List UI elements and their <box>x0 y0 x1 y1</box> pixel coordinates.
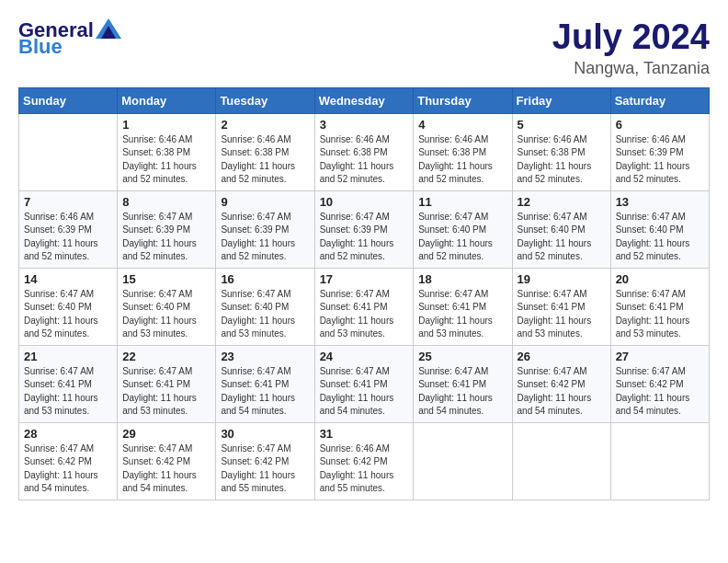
calendar-cell: 23Sunrise: 6:47 AM Sunset: 6:41 PM Dayli… <box>216 345 314 422</box>
day-number: 21 <box>24 350 112 363</box>
calendar-cell: 12Sunrise: 6:47 AM Sunset: 6:40 PM Dayli… <box>512 190 610 268</box>
calendar-cell: 22Sunrise: 6:47 AM Sunset: 6:41 PM Dayli… <box>118 345 216 422</box>
day-detail: Sunrise: 6:46 AM Sunset: 6:42 PM Dayligh… <box>320 442 409 496</box>
logo-blue: Blue <box>18 35 63 59</box>
day-number: 26 <box>518 350 606 363</box>
calendar-cell: 24Sunrise: 6:47 AM Sunset: 6:41 PM Dayli… <box>314 345 414 422</box>
calendar-table: SundayMondayTuesdayWednesdayThursdayFrid… <box>18 87 710 500</box>
day-detail: Sunrise: 6:47 AM Sunset: 6:40 PM Dayligh… <box>518 211 606 264</box>
day-detail: Sunrise: 6:47 AM Sunset: 6:42 PM Dayligh… <box>122 442 210 496</box>
calendar-cell: 16Sunrise: 6:47 AM Sunset: 6:40 PM Dayli… <box>216 268 314 345</box>
calendar-cell: 4Sunrise: 6:46 AM Sunset: 6:38 PM Daylig… <box>414 113 512 190</box>
calendar-cell: 20Sunrise: 6:47 AM Sunset: 6:41 PM Dayli… <box>610 268 709 345</box>
day-number: 30 <box>221 427 309 441</box>
calendar-cell: 31Sunrise: 6:46 AM Sunset: 6:42 PM Dayli… <box>314 422 414 500</box>
day-number: 6 <box>616 118 704 132</box>
day-number: 12 <box>518 195 606 209</box>
calendar-cell <box>610 422 709 500</box>
day-detail: Sunrise: 6:47 AM Sunset: 6:41 PM Dayligh… <box>518 288 606 341</box>
day-detail: Sunrise: 6:46 AM Sunset: 6:38 PM Dayligh… <box>221 133 309 187</box>
calendar-cell <box>414 422 512 500</box>
day-detail: Sunrise: 6:46 AM Sunset: 6:39 PM Dayligh… <box>24 211 112 264</box>
calendar-cell: 29Sunrise: 6:47 AM Sunset: 6:42 PM Dayli… <box>118 422 216 500</box>
day-number: 31 <box>320 427 409 441</box>
day-detail: Sunrise: 6:47 AM Sunset: 6:42 PM Dayligh… <box>518 365 606 419</box>
day-number: 7 <box>24 195 112 209</box>
calendar-cell: 25Sunrise: 6:47 AM Sunset: 6:41 PM Dayli… <box>414 345 512 422</box>
calendar-cell: 18Sunrise: 6:47 AM Sunset: 6:41 PM Dayli… <box>414 268 512 345</box>
weekday-header-row: SundayMondayTuesdayWednesdayThursdayFrid… <box>19 87 710 113</box>
day-number: 23 <box>221 350 309 363</box>
calendar-cell: 2Sunrise: 6:46 AM Sunset: 6:38 PM Daylig… <box>216 113 314 190</box>
day-number: 27 <box>616 350 704 363</box>
calendar-cell: 5Sunrise: 6:46 AM Sunset: 6:38 PM Daylig… <box>512 113 610 190</box>
day-number: 15 <box>122 272 210 286</box>
day-number: 3 <box>320 118 409 132</box>
day-number: 17 <box>320 272 409 286</box>
day-detail: Sunrise: 6:47 AM Sunset: 6:40 PM Dayligh… <box>221 288 309 341</box>
day-number: 19 <box>518 272 606 286</box>
day-number: 22 <box>122 350 210 363</box>
day-number: 4 <box>418 118 506 132</box>
weekday-header: Saturday <box>610 87 709 113</box>
day-number: 16 <box>221 272 309 286</box>
calendar-cell: 9Sunrise: 6:47 AM Sunset: 6:39 PM Daylig… <box>216 190 314 268</box>
calendar-cell: 14Sunrise: 6:47 AM Sunset: 6:40 PM Dayli… <box>19 268 118 345</box>
day-detail: Sunrise: 6:47 AM Sunset: 6:39 PM Dayligh… <box>122 211 210 264</box>
weekday-header: Sunday <box>19 87 118 113</box>
day-number: 5 <box>518 118 606 132</box>
calendar-cell: 6Sunrise: 6:46 AM Sunset: 6:39 PM Daylig… <box>610 113 709 190</box>
day-detail: Sunrise: 6:47 AM Sunset: 6:41 PM Dayligh… <box>616 288 704 341</box>
calendar-cell: 30Sunrise: 6:47 AM Sunset: 6:42 PM Dayli… <box>216 422 314 500</box>
page-header: General Blue July 2024 Nangwa, Tanzania <box>18 18 710 78</box>
calendar-cell: 11Sunrise: 6:47 AM Sunset: 6:40 PM Dayli… <box>414 190 512 268</box>
calendar-cell: 27Sunrise: 6:47 AM Sunset: 6:42 PM Dayli… <box>610 345 709 422</box>
day-number: 29 <box>122 427 210 441</box>
weekday-header: Monday <box>118 87 216 113</box>
day-detail: Sunrise: 6:46 AM Sunset: 6:38 PM Dayligh… <box>418 133 506 187</box>
calendar-week-row: 21Sunrise: 6:47 AM Sunset: 6:41 PM Dayli… <box>19 345 710 422</box>
day-number: 1 <box>122 118 210 132</box>
day-detail: Sunrise: 6:46 AM Sunset: 6:39 PM Dayligh… <box>616 133 704 187</box>
calendar-week-row: 14Sunrise: 6:47 AM Sunset: 6:40 PM Dayli… <box>19 268 710 345</box>
day-number: 20 <box>616 272 704 286</box>
calendar-cell: 17Sunrise: 6:47 AM Sunset: 6:41 PM Dayli… <box>314 268 414 345</box>
day-number: 28 <box>24 427 112 441</box>
day-number: 8 <box>122 195 210 209</box>
calendar-week-row: 28Sunrise: 6:47 AM Sunset: 6:42 PM Dayli… <box>19 422 710 500</box>
day-number: 24 <box>320 350 409 363</box>
day-detail: Sunrise: 6:47 AM Sunset: 6:42 PM Dayligh… <box>616 365 704 419</box>
day-detail: Sunrise: 6:47 AM Sunset: 6:42 PM Dayligh… <box>221 442 309 496</box>
day-number: 11 <box>418 195 506 209</box>
day-detail: Sunrise: 6:47 AM Sunset: 6:40 PM Dayligh… <box>24 288 112 341</box>
title-block: July 2024 Nangwa, Tanzania <box>552 18 710 78</box>
month-title: July 2024 <box>552 18 710 57</box>
day-detail: Sunrise: 6:47 AM Sunset: 6:40 PM Dayligh… <box>616 211 704 264</box>
calendar-cell: 15Sunrise: 6:47 AM Sunset: 6:40 PM Dayli… <box>118 268 216 345</box>
day-number: 13 <box>616 195 704 209</box>
day-number: 10 <box>320 195 409 209</box>
calendar-week-row: 1Sunrise: 6:46 AM Sunset: 6:38 PM Daylig… <box>19 113 710 190</box>
day-detail: Sunrise: 6:47 AM Sunset: 6:41 PM Dayligh… <box>418 288 506 341</box>
calendar-cell: 7Sunrise: 6:46 AM Sunset: 6:39 PM Daylig… <box>19 190 118 268</box>
day-number: 14 <box>24 272 112 286</box>
logo: General Blue <box>18 18 121 59</box>
weekday-header: Tuesday <box>216 87 314 113</box>
calendar-cell: 28Sunrise: 6:47 AM Sunset: 6:42 PM Dayli… <box>19 422 118 500</box>
calendar-week-row: 7Sunrise: 6:46 AM Sunset: 6:39 PM Daylig… <box>19 190 710 268</box>
day-detail: Sunrise: 6:47 AM Sunset: 6:41 PM Dayligh… <box>418 365 506 419</box>
calendar-cell: 10Sunrise: 6:47 AM Sunset: 6:39 PM Dayli… <box>314 190 414 268</box>
day-detail: Sunrise: 6:47 AM Sunset: 6:41 PM Dayligh… <box>320 365 409 419</box>
day-number: 2 <box>221 118 309 132</box>
day-number: 25 <box>418 350 506 363</box>
weekday-header: Friday <box>512 87 610 113</box>
calendar-cell: 3Sunrise: 6:46 AM Sunset: 6:38 PM Daylig… <box>314 113 414 190</box>
day-detail: Sunrise: 6:46 AM Sunset: 6:38 PM Dayligh… <box>518 133 606 187</box>
calendar-cell <box>512 422 610 500</box>
calendar-cell: 1Sunrise: 6:46 AM Sunset: 6:38 PM Daylig… <box>118 113 216 190</box>
day-detail: Sunrise: 6:47 AM Sunset: 6:41 PM Dayligh… <box>122 365 210 419</box>
calendar-cell: 13Sunrise: 6:47 AM Sunset: 6:40 PM Dayli… <box>610 190 709 268</box>
logo-icon <box>96 18 121 39</box>
day-detail: Sunrise: 6:46 AM Sunset: 6:38 PM Dayligh… <box>320 133 409 187</box>
day-detail: Sunrise: 6:47 AM Sunset: 6:40 PM Dayligh… <box>418 211 506 264</box>
